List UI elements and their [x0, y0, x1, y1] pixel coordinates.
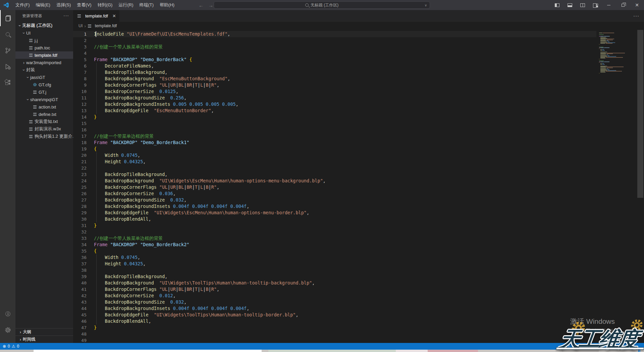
- explorer-more-actions[interactable]: ···: [63, 13, 69, 18]
- code-viewport[interactable]: 1IncludeFile "UI\FrameDef\UI\EscMenuTemp…: [73, 30, 644, 343]
- activity-search[interactable]: [0, 26, 15, 42]
- activity-extensions[interactable]: [0, 75, 15, 91]
- tree-item-____.txt[interactable]: 安装需知.txt: [15, 118, 73, 125]
- minimize-button[interactable]: [602, 0, 616, 10]
- line-number: 31: [73, 222, 94, 229]
- tree-item-UI[interactable]: ›UI: [15, 29, 73, 37]
- tree-item-war3mapImported[interactable]: ›war3mapImported: [15, 59, 73, 66]
- close-tab-icon[interactable]: ✕: [112, 13, 116, 18]
- vertical-scrollbar[interactable]: [637, 30, 644, 343]
- settings-button[interactable]: [0, 322, 15, 338]
- file-icon: [29, 135, 33, 138]
- menu-selection[interactable]: 选择(S): [53, 0, 74, 10]
- tab-label: template.fdf: [85, 13, 108, 18]
- error-icon: ⊗: [3, 344, 6, 349]
- code-line: 19{: [73, 146, 596, 152]
- outline-section[interactable]: › 大纲: [15, 328, 73, 336]
- tree-item-GT.j[interactable]: GT.j: [15, 88, 73, 96]
- warning-icon: ⚠: [12, 344, 15, 349]
- line-number: 46: [73, 318, 94, 324]
- line-number: 10: [73, 88, 94, 95]
- code-line: 47}: [73, 324, 596, 331]
- tree-item-share_mpq_GT[interactable]: ›share\mpq\GT: [15, 96, 73, 103]
- code-line: 39 BackdropTileBackground,: [73, 273, 596, 280]
- activity-source-control[interactable]: [0, 42, 15, 58]
- chevron-right-icon: ›: [21, 60, 26, 65]
- history-back-icon[interactable]: ←: [199, 2, 204, 8]
- breadcrumb-folder[interactable]: UI: [78, 24, 83, 28]
- tree-item-label: 安装需知.txt: [35, 119, 58, 125]
- menu-help[interactable]: 帮助(H): [157, 0, 177, 10]
- tree-item-label: 封装演示.w3x: [35, 126, 61, 132]
- file-icon: [29, 54, 33, 57]
- toggle-panel-button[interactable]: [564, 0, 576, 10]
- activity-run-debug[interactable]: [0, 58, 15, 75]
- line-number: 37: [73, 261, 94, 267]
- taskbar-app-group: [268, 350, 396, 352]
- command-center-search[interactable]: 无标题 (工作区) ∨: [214, 1, 430, 9]
- tree-item-label: 狗头封装1.2 更新介...: [35, 133, 73, 139]
- code-line: 23 BackdropTileBackground,: [73, 171, 596, 178]
- menu-terminal[interactable]: 终端(T): [136, 0, 157, 10]
- line-number: 33: [73, 235, 94, 241]
- minimap[interactable]: [598, 30, 635, 343]
- menu-run[interactable]: 运行(R): [115, 0, 136, 10]
- line-number: 12: [73, 101, 94, 107]
- code-line: 22: [73, 165, 596, 171]
- line-number: 3: [73, 44, 94, 50]
- tree-item-GT.cfg[interactable]: GT.cfg: [15, 81, 73, 88]
- source-control-icon: [5, 47, 11, 54]
- menu-file[interactable]: 文件(F): [12, 0, 33, 10]
- chevron-down-icon: ›: [25, 97, 31, 102]
- workspace-root-label: 无标题 (工作区): [22, 23, 52, 29]
- account-button[interactable]: [0, 306, 15, 322]
- tree-item-label: define.txt: [39, 112, 56, 117]
- line-number: 25: [73, 184, 94, 190]
- tree-item-____.w3x[interactable]: 封装演示.w3x: [15, 125, 73, 133]
- problems-indicator[interactable]: ⊗ 0 ⚠ 0: [0, 344, 19, 349]
- line-number: 17: [73, 133, 94, 139]
- chevron-down-icon: ›: [21, 31, 26, 35]
- breadcrumb[interactable]: UI › template.fdf: [73, 22, 644, 30]
- menu-view[interactable]: 查看(V): [74, 0, 94, 10]
- workspace-root-row[interactable]: › 无标题 (工作区): [15, 22, 73, 29]
- tab-template-fdf[interactable]: template.fdf ✕: [73, 10, 119, 22]
- tree-item-template.fdf[interactable]: template.fdf: [15, 51, 73, 59]
- scrollbar-thumb[interactable]: [637, 30, 643, 198]
- activity-explorer[interactable]: [0, 10, 15, 26]
- tree-item-____1.2____...[interactable]: 狗头封装1.2 更新介...: [15, 133, 73, 140]
- code-line: 38: [73, 267, 596, 273]
- customize-layout-button[interactable]: [589, 0, 602, 10]
- tree-item-action.txt[interactable]: action.txt: [15, 103, 73, 111]
- code-line: 42 BackdropCornerSize 0.012,: [73, 293, 596, 299]
- warning-count: 0: [17, 344, 19, 349]
- timeline-section[interactable]: › 时间线: [15, 336, 73, 343]
- line-number: 2: [73, 37, 94, 44]
- code-line: 6 DecorateFileNames,: [73, 63, 596, 69]
- menu-goto[interactable]: 转到(G): [95, 0, 116, 10]
- toggle-secondary-sidebar-button[interactable]: [576, 0, 589, 10]
- code-line: 44 BackdropBackgroundInsets 0.004f 0.004…: [73, 305, 596, 312]
- chevron-right-icon: ›: [18, 337, 23, 342]
- tree-item-label: war3mapImported: [26, 60, 61, 65]
- breadcrumb-file[interactable]: template.fdf: [95, 24, 117, 28]
- code-line: 4: [73, 50, 596, 56]
- explorer-title: 资源管理器: [22, 13, 42, 18]
- line-number: 44: [73, 305, 94, 312]
- tab-bar: template.fdf ✕ ···: [73, 10, 644, 22]
- toggle-sidebar-button[interactable]: [551, 0, 564, 10]
- editor-more-actions[interactable]: ···: [633, 13, 639, 18]
- history-forward-icon[interactable]: →: [208, 2, 213, 8]
- restore-button[interactable]: [616, 0, 630, 10]
- tree-item-jass_GT[interactable]: ›jass\GT: [15, 74, 73, 81]
- close-button[interactable]: ✕: [630, 0, 644, 10]
- tree-item-__[interactable]: ›封装: [15, 66, 73, 74]
- tree-item-j.j[interactable]: j.j: [15, 37, 73, 44]
- code-line: 8 BackdropBackground "EscMenuButtonBackg…: [73, 76, 596, 82]
- tree-item-path.toc[interactable]: path.toc: [15, 44, 73, 51]
- line-number: 43: [73, 299, 94, 305]
- tree-item-define.txt[interactable]: define.txt: [15, 111, 73, 118]
- code-line: 32: [73, 229, 596, 235]
- code-line: 11 BackdropBackgroundSize 0.256,: [73, 95, 596, 101]
- menu-edit[interactable]: 编辑(E): [33, 0, 53, 10]
